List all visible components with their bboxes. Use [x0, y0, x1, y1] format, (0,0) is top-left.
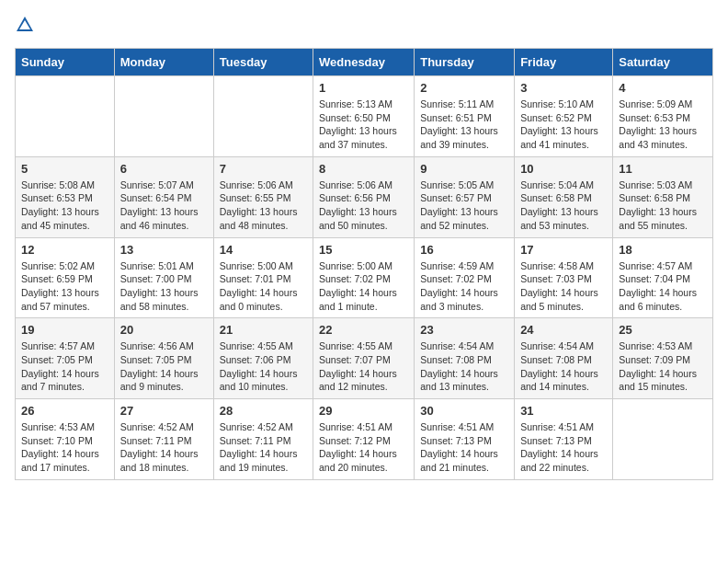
- calendar-cell: 8Sunrise: 5:06 AMSunset: 6:56 PMDaylight…: [313, 156, 415, 237]
- calendar-cell: 9Sunrise: 5:05 AMSunset: 6:57 PMDaylight…: [415, 156, 515, 237]
- day-number: 1: [319, 81, 408, 95]
- day-info: Sunrise: 4:54 AMSunset: 7:08 PMDaylight:…: [520, 339, 607, 394]
- calendar-cell: 2Sunrise: 5:11 AMSunset: 6:51 PMDaylight…: [415, 76, 515, 157]
- day-number: 19: [21, 323, 108, 337]
- calendar-cell: 15Sunrise: 5:00 AMSunset: 7:02 PMDayligh…: [313, 237, 415, 318]
- calendar-cell: 24Sunrise: 4:54 AMSunset: 7:08 PMDayligh…: [515, 318, 613, 399]
- day-info: Sunrise: 4:58 AMSunset: 7:03 PMDaylight:…: [520, 259, 607, 314]
- calendar-cell: 6Sunrise: 5:07 AMSunset: 6:54 PMDaylight…: [114, 156, 213, 237]
- day-number: 8: [319, 162, 408, 176]
- day-info: Sunrise: 4:52 AMSunset: 7:11 PMDaylight:…: [120, 420, 208, 475]
- calendar-cell: 5Sunrise: 5:08 AMSunset: 6:53 PMDaylight…: [16, 156, 115, 237]
- day-info: Sunrise: 4:53 AMSunset: 7:10 PMDaylight:…: [21, 420, 108, 475]
- day-info: Sunrise: 5:06 AMSunset: 6:55 PMDaylight:…: [220, 178, 307, 233]
- day-number: 14: [220, 243, 307, 257]
- day-info: Sunrise: 5:09 AMSunset: 6:53 PMDaylight:…: [619, 98, 707, 152]
- calendar-cell: 29Sunrise: 4:51 AMSunset: 7:12 PMDayligh…: [313, 399, 415, 480]
- day-number: 26: [21, 404, 108, 418]
- day-number: 12: [21, 243, 108, 257]
- calendar-cell: 13Sunrise: 5:01 AMSunset: 7:00 PMDayligh…: [114, 237, 213, 318]
- logo: [15, 15, 39, 39]
- day-info: Sunrise: 5:07 AMSunset: 6:54 PMDaylight:…: [120, 178, 208, 233]
- day-info: Sunrise: 5:03 AMSunset: 6:58 PMDaylight:…: [619, 178, 707, 233]
- day-number: 2: [420, 81, 508, 95]
- day-info: Sunrise: 5:05 AMSunset: 6:57 PMDaylight:…: [420, 178, 508, 233]
- day-info: Sunrise: 5:10 AMSunset: 6:52 PMDaylight:…: [520, 98, 607, 152]
- day-info: Sunrise: 5:13 AMSunset: 6:50 PMDaylight:…: [319, 98, 408, 152]
- day-number: 30: [420, 404, 508, 418]
- calendar-cell: 7Sunrise: 5:06 AMSunset: 6:55 PMDaylight…: [213, 156, 313, 237]
- calendar-cell: [16, 76, 115, 157]
- weekday-header-thursday: Thursday: [415, 49, 515, 76]
- day-info: Sunrise: 5:01 AMSunset: 7:00 PMDaylight:…: [120, 259, 208, 314]
- day-number: 9: [420, 162, 508, 176]
- day-number: 20: [120, 323, 208, 337]
- calendar-cell: 10Sunrise: 5:04 AMSunset: 6:58 PMDayligh…: [515, 156, 613, 237]
- calendar-cell: 18Sunrise: 4:57 AMSunset: 7:04 PMDayligh…: [613, 237, 713, 318]
- calendar-cell: 31Sunrise: 4:51 AMSunset: 7:13 PMDayligh…: [515, 399, 613, 480]
- day-info: Sunrise: 4:52 AMSunset: 7:11 PMDaylight:…: [220, 420, 307, 475]
- day-number: 16: [420, 243, 508, 257]
- calendar-cell: 11Sunrise: 5:03 AMSunset: 6:58 PMDayligh…: [613, 156, 713, 237]
- day-number: 7: [220, 162, 307, 176]
- day-number: 29: [319, 404, 408, 418]
- day-number: 5: [21, 162, 108, 176]
- day-number: 4: [619, 81, 707, 95]
- calendar-cell: 1Sunrise: 5:13 AMSunset: 6:50 PMDaylight…: [313, 76, 415, 157]
- day-number: 22: [319, 323, 408, 337]
- calendar-cell: 21Sunrise: 4:55 AMSunset: 7:06 PMDayligh…: [213, 318, 313, 399]
- day-info: Sunrise: 4:57 AMSunset: 7:05 PMDaylight:…: [21, 339, 108, 394]
- calendar-cell: 12Sunrise: 5:02 AMSunset: 6:59 PMDayligh…: [16, 237, 115, 318]
- calendar-cell: 25Sunrise: 4:53 AMSunset: 7:09 PMDayligh…: [613, 318, 713, 399]
- calendar-cell: 20Sunrise: 4:56 AMSunset: 7:05 PMDayligh…: [114, 318, 213, 399]
- weekday-header-sunday: Sunday: [16, 49, 115, 76]
- calendar-cell: [613, 399, 713, 480]
- weekday-header-monday: Monday: [114, 49, 213, 76]
- day-info: Sunrise: 5:06 AMSunset: 6:56 PMDaylight:…: [319, 178, 408, 233]
- day-info: Sunrise: 5:00 AMSunset: 7:01 PMDaylight:…: [220, 259, 307, 314]
- header: [15, 15, 713, 39]
- calendar-cell: [114, 76, 213, 157]
- weekday-header-saturday: Saturday: [613, 49, 713, 76]
- calendar-cell: 23Sunrise: 4:54 AMSunset: 7:08 PMDayligh…: [415, 318, 515, 399]
- calendar-cell: 22Sunrise: 4:55 AMSunset: 7:07 PMDayligh…: [313, 318, 415, 399]
- day-info: Sunrise: 4:57 AMSunset: 7:04 PMDaylight:…: [619, 259, 707, 314]
- day-number: 6: [120, 162, 208, 176]
- calendar-cell: 26Sunrise: 4:53 AMSunset: 7:10 PMDayligh…: [16, 399, 115, 480]
- calendar: SundayMondayTuesdayWednesdayThursdayFrid…: [15, 48, 713, 480]
- day-info: Sunrise: 4:55 AMSunset: 7:06 PMDaylight:…: [220, 339, 307, 394]
- day-info: Sunrise: 5:02 AMSunset: 6:59 PMDaylight:…: [21, 259, 108, 314]
- day-number: 17: [520, 243, 607, 257]
- day-info: Sunrise: 4:51 AMSunset: 7:12 PMDaylight:…: [319, 420, 408, 475]
- calendar-cell: 28Sunrise: 4:52 AMSunset: 7:11 PMDayligh…: [213, 399, 313, 480]
- weekday-header-friday: Friday: [515, 49, 613, 76]
- day-number: 28: [220, 404, 307, 418]
- calendar-cell: 14Sunrise: 5:00 AMSunset: 7:01 PMDayligh…: [213, 237, 313, 318]
- day-number: 15: [319, 243, 408, 257]
- day-number: 27: [120, 404, 208, 418]
- calendar-cell: 3Sunrise: 5:10 AMSunset: 6:52 PMDaylight…: [515, 76, 613, 157]
- day-number: 31: [520, 404, 607, 418]
- day-info: Sunrise: 4:51 AMSunset: 7:13 PMDaylight:…: [420, 420, 508, 475]
- calendar-cell: 30Sunrise: 4:51 AMSunset: 7:13 PMDayligh…: [415, 399, 515, 480]
- day-number: 25: [619, 323, 707, 337]
- calendar-cell: 19Sunrise: 4:57 AMSunset: 7:05 PMDayligh…: [16, 318, 115, 399]
- day-info: Sunrise: 4:53 AMSunset: 7:09 PMDaylight:…: [619, 339, 707, 394]
- day-number: 10: [520, 162, 607, 176]
- calendar-cell: 27Sunrise: 4:52 AMSunset: 7:11 PMDayligh…: [114, 399, 213, 480]
- day-info: Sunrise: 5:04 AMSunset: 6:58 PMDaylight:…: [520, 178, 607, 233]
- day-info: Sunrise: 4:51 AMSunset: 7:13 PMDaylight:…: [520, 420, 607, 475]
- day-number: 11: [619, 162, 707, 176]
- day-info: Sunrise: 4:54 AMSunset: 7:08 PMDaylight:…: [420, 339, 508, 394]
- calendar-cell: 16Sunrise: 4:59 AMSunset: 7:02 PMDayligh…: [415, 237, 515, 318]
- day-info: Sunrise: 5:08 AMSunset: 6:53 PMDaylight:…: [21, 178, 108, 233]
- calendar-cell: 17Sunrise: 4:58 AMSunset: 7:03 PMDayligh…: [515, 237, 613, 318]
- day-number: 18: [619, 243, 707, 257]
- day-number: 21: [220, 323, 307, 337]
- day-number: 3: [520, 81, 607, 95]
- day-number: 24: [520, 323, 607, 337]
- day-info: Sunrise: 4:59 AMSunset: 7:02 PMDaylight:…: [420, 259, 508, 314]
- logo-icon: [15, 15, 35, 39]
- calendar-cell: [213, 76, 313, 157]
- day-number: 23: [420, 323, 508, 337]
